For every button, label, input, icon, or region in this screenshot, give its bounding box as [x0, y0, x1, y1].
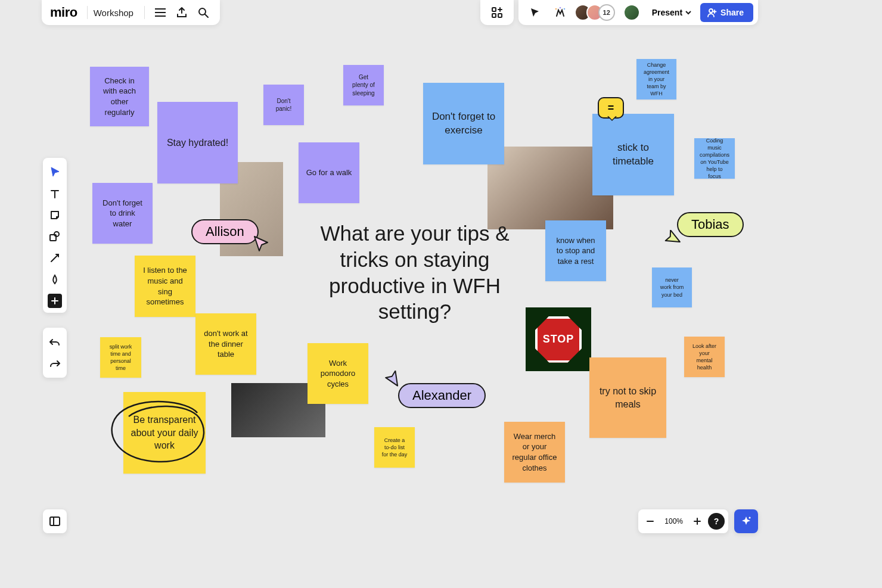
cursor-tobias: Tobias — [677, 212, 744, 237]
left-toolbar — [43, 158, 67, 313]
sticky-note[interactable]: Go for a walk — [299, 142, 359, 203]
sticky-text: Work pomodoro cycles — [315, 358, 361, 390]
sticky-text: Stay hydrated! — [167, 136, 228, 150]
topbar-right: 12 Present Share — [480, 0, 758, 25]
help-button[interactable]: ? — [708, 513, 725, 530]
sticky-note[interactable]: Wear merch or your regular office clothe… — [504, 422, 565, 483]
svg-point-11 — [749, 517, 751, 519]
redo-button[interactable] — [45, 354, 64, 373]
miro-logo: miro — [48, 5, 82, 20]
zoom-out-button[interactable] — [642, 513, 659, 530]
sticky-text: don't work at the dinner table — [203, 328, 249, 360]
sticky-text: Get plenty of sleeping — [350, 73, 377, 98]
zoom-panel: 100% ? — [638, 509, 728, 533]
svg-point-7 — [709, 9, 713, 13]
sticky-note[interactable]: Don't forget to drink water — [92, 183, 153, 244]
select-tool[interactable] — [45, 163, 64, 182]
avatar-count[interactable]: 12 — [598, 4, 615, 21]
sticky-text: Coding music compilations on YouTube hel… — [700, 137, 729, 181]
cursor-allison: Allison — [191, 219, 259, 244]
sticky-text: Look after your mental health — [691, 343, 718, 372]
stop-sign-icon: STOP — [535, 316, 582, 363]
cursor-arrow-icon — [253, 235, 270, 252]
ai-button[interactable] — [734, 509, 758, 533]
zoom-level[interactable]: 100% — [661, 517, 687, 525]
sticky-text: Go for a walk — [306, 167, 352, 178]
zoom-in-button[interactable] — [689, 513, 706, 530]
undo-redo-panel — [43, 328, 67, 378]
export-icon[interactable] — [171, 2, 192, 23]
sticky-note[interactable]: don't work at the dinner table — [195, 313, 256, 375]
sticky-note[interactable]: Be transparent about your daily work — [123, 392, 206, 474]
sticky-note[interactable]: stick to timetable — [592, 114, 674, 195]
cursor-mode-icon[interactable] — [524, 2, 546, 23]
share-button[interactable]: Share — [700, 3, 753, 22]
svg-point-5 — [559, 7, 561, 9]
svg-rect-2 — [492, 14, 496, 17]
cursor-name: Tobias — [691, 217, 729, 232]
pen-tool[interactable] — [45, 270, 64, 289]
sticky-text: Check in with each other regularly — [97, 76, 142, 117]
collab-panel: 12 Present Share — [518, 0, 758, 25]
sticky-text: Wear merch or your regular office clothe… — [511, 431, 558, 473]
sticky-note[interactable]: Coding music compilations on YouTube hel… — [694, 138, 735, 179]
sticky-text: Don't forget to drink water — [100, 198, 145, 229]
avatar-me[interactable] — [623, 4, 640, 21]
cursor-name: Alexander — [412, 388, 471, 403]
connector-tool[interactable] — [45, 248, 64, 267]
add-more-tool[interactable] — [48, 294, 62, 308]
sticky-note[interactable]: Stay hydrated! — [157, 102, 238, 183]
sticky-note[interactable]: split work time and personal time — [100, 337, 141, 378]
sticky-note[interactable]: Don't panic! — [263, 85, 304, 125]
shapes-tool[interactable] — [45, 227, 64, 246]
sticky-text: Don't forget to exercise — [430, 110, 497, 138]
apps-icon[interactable] — [486, 2, 508, 23]
svg-point-4 — [555, 8, 557, 10]
user-plus-icon — [707, 8, 717, 17]
sticky-note[interactable]: Look after your mental health — [684, 337, 725, 377]
sticky-note[interactable]: I listen to the music and sing sometimes — [135, 256, 195, 317]
topbar-left-panel: miro Workshop — [42, 0, 220, 25]
sticky-text: try not to skip meals — [597, 385, 659, 410]
search-icon[interactable] — [192, 2, 214, 23]
sticky-note[interactable]: Get plenty of sleeping — [343, 65, 384, 105]
svg-point-6 — [563, 8, 565, 10]
cursor-name: Allison — [206, 224, 244, 239]
apps-panel — [480, 0, 514, 25]
sticky-text: Don't panic! — [271, 97, 297, 113]
sticky-note[interactable]: Work pomodoro cycles — [308, 343, 368, 404]
sticky-text: stick to timetable — [600, 141, 667, 169]
collaborator-avatars[interactable]: 12 — [574, 4, 615, 21]
sticky-text: Change agreement in your team by WFH — [644, 61, 669, 98]
svg-rect-10 — [50, 517, 60, 525]
chevron-down-icon — [685, 9, 692, 16]
sticky-tool[interactable] — [45, 206, 64, 225]
sticky-note[interactable]: know when to stop and take a rest — [545, 220, 606, 281]
reactions-icon[interactable] — [549, 2, 571, 23]
sticky-note[interactable]: Don't forget to exercise — [423, 83, 504, 164]
sticky-text: I listen to the music and sing sometimes — [142, 265, 188, 307]
sticky-note[interactable]: try not to skip meals — [589, 357, 666, 438]
cursor-arrow-icon — [384, 371, 401, 387]
sticky-text: never work from your bed — [659, 276, 685, 298]
svg-rect-1 — [492, 8, 496, 11]
frames-panel-button[interactable] — [43, 509, 67, 533]
board-title-text[interactable]: What are your tips & tricks on staying p… — [317, 220, 513, 325]
sticky-note[interactable]: Change agreement in your team by WFH — [636, 59, 676, 99]
bottom-right-panel: 100% ? — [638, 509, 758, 533]
menu-icon[interactable] — [150, 2, 171, 23]
sticky-text: Create a to-do list for the day — [381, 437, 408, 458]
undo-button[interactable] — [45, 332, 64, 351]
sticky-note[interactable]: Create a to-do list for the day — [374, 427, 415, 468]
sticky-text: split work time and personal time — [107, 343, 134, 372]
image-stop-sign[interactable]: STOP — [526, 307, 591, 371]
sticky-note[interactable]: Check in with each other regularly — [90, 67, 149, 126]
text-tool[interactable] — [45, 184, 64, 203]
sticky-text: know when to stop and take a rest — [552, 235, 599, 267]
present-button[interactable]: Present — [644, 3, 697, 22]
sticky-note[interactable]: never work from your bed — [652, 267, 692, 307]
board-name[interactable]: Workshop — [92, 8, 139, 18]
sticky-text: Be transparent about your daily work — [131, 413, 198, 452]
reaction-bubble[interactable]: = — [598, 97, 624, 119]
reaction-glyph: = — [608, 102, 614, 114]
